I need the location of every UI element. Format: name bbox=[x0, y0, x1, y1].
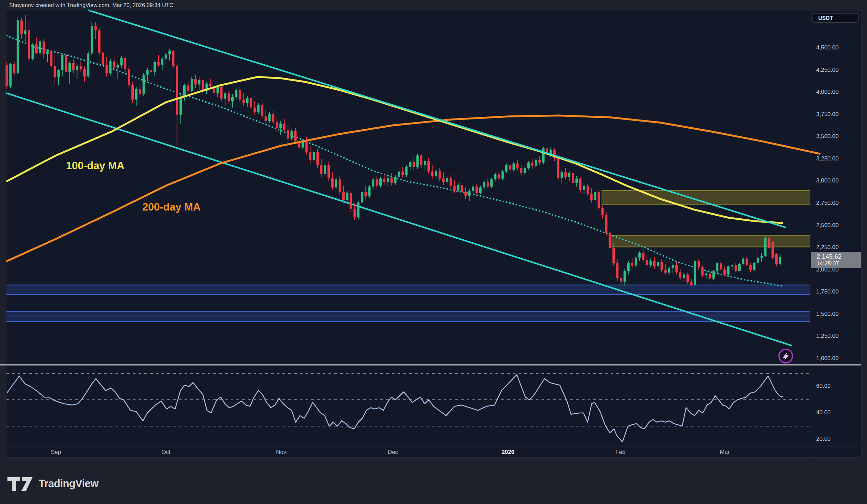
candle bbox=[461, 185, 463, 192]
candle bbox=[183, 85, 185, 97]
candle bbox=[257, 105, 259, 112]
candle bbox=[568, 173, 570, 177]
candle bbox=[372, 179, 374, 186]
candle bbox=[590, 194, 593, 200]
candle bbox=[243, 99, 245, 103]
candle bbox=[631, 263, 633, 266]
candle bbox=[557, 158, 559, 178]
price-axis-label: 3,000.00 bbox=[816, 177, 838, 184]
candle bbox=[520, 168, 522, 173]
candle bbox=[738, 264, 741, 271]
candle bbox=[246, 98, 249, 103]
candle bbox=[154, 62, 156, 72]
candle bbox=[516, 164, 518, 168]
candle bbox=[524, 168, 526, 173]
candle bbox=[239, 90, 241, 99]
chart-canvas[interactable] bbox=[0, 0, 867, 504]
candle bbox=[261, 105, 263, 117]
candle bbox=[57, 70, 60, 77]
candle bbox=[698, 261, 700, 267]
candle bbox=[95, 26, 97, 30]
candle bbox=[346, 193, 349, 200]
candle bbox=[760, 256, 763, 258]
time-axis-label-2026: 2026 bbox=[502, 449, 514, 456]
candle bbox=[306, 141, 308, 152]
candle bbox=[623, 271, 626, 281]
candle bbox=[675, 265, 678, 272]
candle bbox=[564, 172, 567, 177]
candle bbox=[594, 192, 596, 200]
candle bbox=[124, 58, 126, 69]
candle bbox=[202, 80, 204, 90]
candle bbox=[527, 163, 530, 168]
candle bbox=[535, 160, 537, 166]
support-zone-upper bbox=[6, 285, 810, 295]
price-axis-label: 2,750.00 bbox=[816, 200, 838, 207]
candle bbox=[287, 130, 289, 139]
candle bbox=[357, 202, 359, 217]
candle bbox=[328, 165, 330, 178]
candle bbox=[106, 65, 108, 73]
time-axis-label-Nov: Nov bbox=[276, 449, 286, 456]
candle bbox=[368, 186, 371, 196]
candle bbox=[505, 165, 508, 171]
watermark-attribution: Shayannv created with TradingView.com, M… bbox=[9, 2, 173, 9]
candle bbox=[487, 182, 489, 186]
candle bbox=[113, 61, 115, 67]
candle bbox=[575, 179, 578, 183]
candle bbox=[379, 179, 382, 186]
candle bbox=[390, 178, 393, 183]
candle bbox=[254, 108, 256, 112]
candle bbox=[376, 179, 378, 186]
candle bbox=[20, 21, 23, 34]
candle bbox=[668, 268, 670, 273]
candle bbox=[727, 266, 729, 274]
candle bbox=[450, 178, 452, 186]
candle bbox=[268, 114, 271, 121]
candle bbox=[61, 55, 63, 70]
candle bbox=[620, 278, 622, 281]
time-axis-label-Mar: Mar bbox=[720, 449, 729, 456]
candle bbox=[635, 258, 637, 266]
candle bbox=[13, 64, 15, 74]
candle bbox=[24, 31, 26, 34]
tradingview-logo[interactable]: TradingView bbox=[8, 476, 98, 492]
candle bbox=[716, 263, 718, 272]
candle bbox=[102, 53, 104, 65]
candle bbox=[150, 70, 152, 72]
flash-icon[interactable] bbox=[779, 349, 792, 363]
candle bbox=[472, 186, 474, 191]
ma200-annotation-label: 200-day MA bbox=[142, 201, 201, 213]
candle bbox=[672, 265, 674, 268]
candle bbox=[424, 161, 426, 165]
candle bbox=[686, 274, 689, 282]
candle bbox=[91, 26, 93, 53]
candle bbox=[779, 257, 781, 264]
tradingview-chart-screenshot: Shayannv created with TradingView.com, M… bbox=[0, 0, 867, 504]
candle bbox=[572, 173, 574, 183]
candle bbox=[76, 66, 78, 70]
price-axis-label: 2,250.00 bbox=[816, 244, 838, 251]
candle bbox=[231, 97, 234, 101]
candle bbox=[157, 62, 160, 65]
candle bbox=[753, 263, 756, 270]
candle bbox=[320, 165, 322, 174]
candle bbox=[609, 233, 611, 248]
candle bbox=[601, 208, 604, 215]
candle bbox=[531, 163, 533, 166]
candle bbox=[43, 41, 45, 54]
candle bbox=[209, 84, 211, 86]
candle bbox=[164, 54, 167, 58]
candle bbox=[87, 54, 89, 77]
candle bbox=[560, 172, 563, 178]
candle bbox=[28, 31, 30, 59]
chart-background bbox=[6, 10, 861, 458]
candle bbox=[309, 152, 311, 160]
candle bbox=[50, 51, 53, 66]
candle bbox=[735, 265, 737, 271]
candle bbox=[342, 192, 345, 200]
candle bbox=[176, 66, 178, 114]
candle bbox=[550, 150, 552, 154]
candle bbox=[627, 263, 630, 271]
candle bbox=[657, 262, 659, 266]
